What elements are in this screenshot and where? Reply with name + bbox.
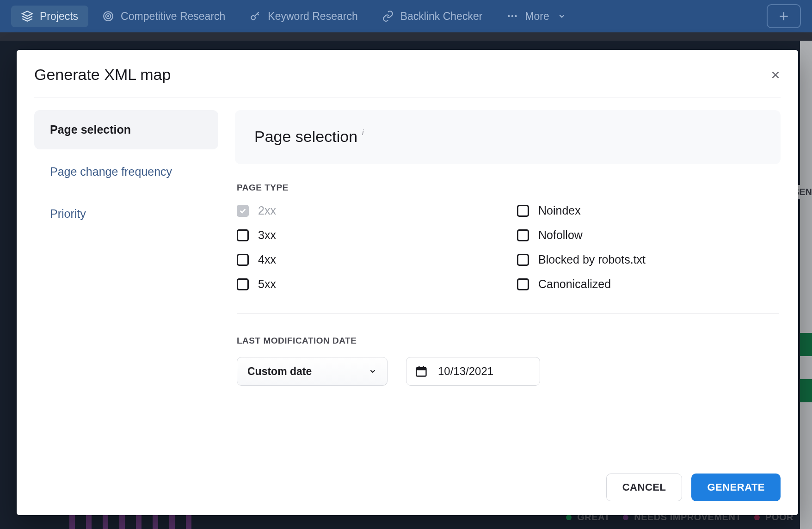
nav-label: Keyword Research: [268, 10, 357, 23]
svg-line-6: [258, 14, 259, 15]
page-type-checks: 2xx Noindex 3xx Nofollow 4xx: [235, 204, 781, 291]
panel-title-text: Page selection: [254, 128, 357, 146]
date-mode-select[interactable]: Custom date: [237, 357, 388, 386]
check-nofollow[interactable]: Nofollow: [517, 228, 779, 242]
check-label: 3xx: [258, 228, 276, 242]
check-blocked-robots[interactable]: Blocked by robots.txt: [517, 253, 779, 266]
nav-projects[interactable]: Projects: [11, 6, 88, 27]
checkbox-icon: [237, 205, 249, 217]
date-value: 10/13/2021: [438, 365, 493, 378]
check-label: Noindex: [538, 204, 581, 217]
calendar-icon: [415, 365, 428, 378]
date-row: Custom date 10/13/2021: [235, 357, 781, 386]
checkbox-icon: [517, 254, 529, 266]
modal-header: Generate XML map: [34, 66, 781, 98]
key-icon: [249, 10, 261, 22]
check-label: 2xx: [258, 204, 276, 217]
nav-keyword-research[interactable]: Keyword Research: [239, 6, 368, 27]
checkbox-icon: [517, 278, 529, 290]
select-value: Custom date: [247, 365, 312, 378]
tab-priority[interactable]: Priority: [34, 194, 218, 234]
dots-icon: [506, 10, 518, 22]
check-2xx: 2xx: [237, 204, 498, 217]
chevron-down-icon: [369, 367, 377, 375]
tab-page-selection[interactable]: Page selection: [34, 110, 218, 149]
modal-body: Page selection Page change frequency Pri…: [34, 98, 781, 462]
nav-label: Backlink Checker: [400, 10, 483, 23]
nav-backlink-checker[interactable]: Backlink Checker: [372, 6, 493, 27]
check-noindex[interactable]: Noindex: [517, 204, 779, 217]
cancel-button[interactable]: CANCEL: [606, 474, 683, 501]
modal-tabs: Page selection Page change frequency Pri…: [34, 110, 218, 462]
link-icon: [382, 10, 394, 22]
nav-competitive-research[interactable]: Competitive Research: [92, 6, 235, 27]
lastmod-label: LAST MODIFICATION DATE: [237, 336, 779, 346]
close-icon[interactable]: [770, 70, 781, 80]
divider: [237, 313, 779, 314]
chevron-down-icon: [558, 12, 566, 20]
generate-button[interactable]: GENERATE: [691, 474, 781, 501]
check-5xx[interactable]: 5xx: [237, 277, 498, 291]
target-icon: [102, 10, 114, 22]
modal-panel: Page selection i PAGE TYPE 2xx Noindex: [235, 110, 781, 462]
check-label: Blocked by robots.txt: [538, 253, 646, 266]
checkbox-icon: [237, 254, 249, 266]
svg-point-8: [511, 15, 513, 17]
svg-point-7: [508, 15, 510, 17]
check-3xx[interactable]: 3xx: [237, 228, 498, 242]
svg-point-3: [108, 16, 109, 17]
plus-icon: [778, 10, 790, 22]
top-nav: Projects Competitive Research Keyword Re…: [0, 0, 812, 32]
tab-page-change-frequency[interactable]: Page change frequency: [34, 152, 218, 191]
modal-title: Generate XML map: [34, 66, 171, 84]
nav-label: Competitive Research: [121, 10, 225, 23]
check-label: Canonicalized: [538, 277, 611, 291]
sub-strip: [0, 32, 812, 41]
nav-label: Projects: [40, 10, 78, 23]
check-4xx[interactable]: 4xx: [237, 253, 498, 266]
check-label: 4xx: [258, 253, 276, 266]
add-button[interactable]: [767, 4, 801, 28]
date-input[interactable]: 10/13/2021: [406, 357, 540, 386]
svg-rect-15: [417, 368, 426, 370]
nav-more[interactable]: More: [496, 6, 576, 27]
checkbox-icon: [237, 278, 249, 290]
nav-label: More: [525, 10, 549, 23]
checkbox-icon: [517, 229, 529, 241]
svg-point-9: [515, 15, 517, 17]
check-label: Nofollow: [538, 228, 583, 242]
page-type-label: PAGE TYPE: [237, 183, 779, 193]
checkbox-icon: [237, 229, 249, 241]
svg-marker-0: [22, 11, 32, 16]
panel-title: Page selection i: [254, 128, 761, 146]
panel-header: Page selection i: [235, 110, 781, 164]
info-icon[interactable]: i: [362, 129, 364, 137]
checkbox-icon: [517, 205, 529, 217]
check-canonicalized[interactable]: Canonicalized: [517, 277, 779, 291]
check-label: 5xx: [258, 277, 276, 291]
layers-icon: [21, 10, 33, 22]
modal-footer: CANCEL GENERATE: [34, 462, 781, 501]
generate-xml-modal: Generate XML map Page selection Page cha…: [17, 50, 798, 515]
